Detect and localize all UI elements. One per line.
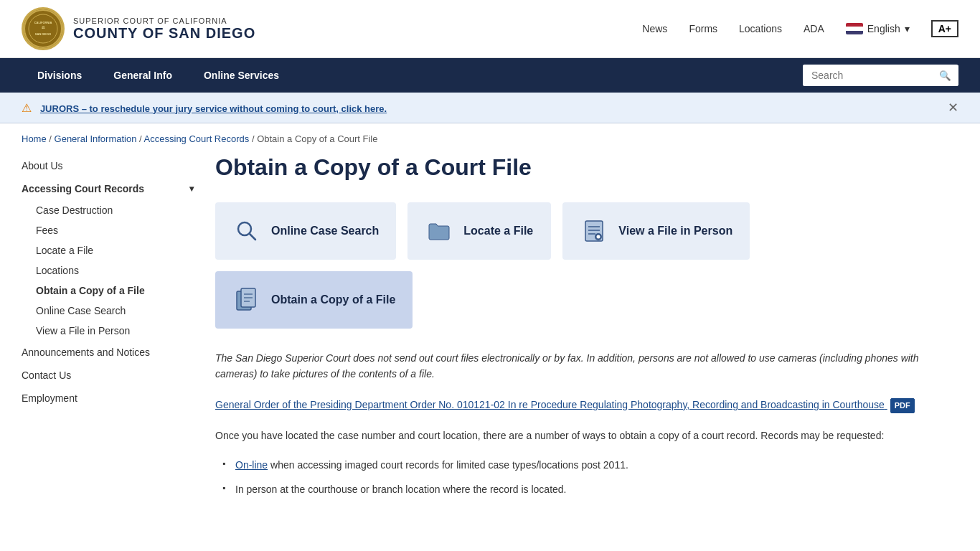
announcement-close-button[interactable]: ✕ [948, 100, 958, 116]
search-icon [232, 217, 261, 245]
card-view-in-person[interactable]: View a File in Person [562, 202, 750, 260]
nav-general-info[interactable]: General Info [98, 58, 188, 93]
folder-icon [425, 217, 453, 245]
card-view-in-person-label: View a File in Person [618, 225, 732, 237]
nav-locations[interactable]: Locations [739, 23, 782, 34]
page-content: About Us Accessing Court Records ▾ Case … [0, 154, 980, 535]
announcement-bar: ⚠ JURORS – to reschedule your jury servi… [0, 93, 980, 123]
sidebar-item-obtain-copy[interactable]: Obtain a Copy of a File [36, 281, 194, 301]
svg-line-6 [250, 234, 255, 240]
sidebar-item-about-us[interactable]: About Us [22, 154, 194, 177]
top-navigation: News Forms Locations ADA English ▾ A+ [642, 20, 958, 37]
main-nav-links: Divisions General Info Online Services [22, 58, 295, 93]
breadcrumb-current: Obtain a Copy of a Court File [257, 133, 377, 144]
language-selector[interactable]: English ▾ [846, 23, 910, 34]
sidebar-item-locate-file[interactable]: Locate a File [36, 240, 194, 260]
breadcrumb-general-info[interactable]: General Information [55, 133, 137, 144]
sidebar-item-online-case-search[interactable]: Online Case Search [36, 301, 194, 321]
sidebar-item-announcements[interactable]: Announcements and Notices [22, 341, 194, 364]
logo-top: SUPERIOR COURT OF CALIFORNIA [73, 17, 255, 25]
card-online-case-search-label: Online Case Search [271, 225, 379, 237]
pdf-link-text: General Order of the Presiding Departmen… [215, 399, 885, 410]
logo-bottom: COUNTY OF SAN DIEGO [73, 25, 255, 42]
font-size-button[interactable]: A+ [931, 20, 958, 37]
nav-news[interactable]: News [642, 23, 667, 34]
pdf-badge: PDF [890, 398, 915, 414]
logo-text: SUPERIOR COURT OF CALIFORNIA COUNTY OF S… [73, 17, 255, 42]
nav-online-services[interactable]: Online Services [188, 58, 295, 93]
nav-divisions[interactable]: Divisions [22, 58, 98, 93]
sidebar-item-locations[interactable]: Locations [36, 260, 194, 281]
svg-point-12 [597, 235, 600, 239]
list-item-text-1: when accessing imaged court records for … [270, 459, 628, 471]
breadcrumb-home[interactable]: Home [22, 133, 47, 144]
nav-ada[interactable]: ADA [804, 23, 824, 34]
announcement-link[interactable]: JURORS – to reschedule your jury service… [40, 103, 387, 114]
main-content: Obtain a Copy of a Court File Online Cas… [215, 154, 958, 507]
nav-forms[interactable]: Forms [689, 23, 717, 34]
card-grid: Online Case Search Locate a File [215, 202, 958, 329]
content-area: The San Diego Superior Court does not se… [215, 350, 958, 498]
list-item: On-line when accessing imaged court reco… [222, 457, 958, 473]
sidebar-item-contact-us[interactable]: Contact Us [22, 364, 194, 387]
card-obtain-copy[interactable]: Obtain a Copy of a File [215, 271, 413, 329]
search-button[interactable]: 🔍 [932, 65, 958, 86]
breadcrumb: Home / General Information / Accessing C… [0, 123, 980, 154]
sidebar-item-employment[interactable]: Employment [22, 387, 194, 410]
sidebar-item-fees[interactable]: Fees [36, 220, 194, 240]
card-online-case-search[interactable]: Online Case Search [215, 202, 396, 260]
language-label: English [867, 23, 900, 34]
warning-icon: ⚠ [22, 102, 32, 114]
card-obtain-copy-label: Obtain a Copy of a File [271, 293, 395, 306]
sidebar-item-accessing-records[interactable]: Accessing Court Records ▾ [22, 177, 194, 200]
flag-icon [846, 23, 863, 34]
logo-area: CALIFORNIA ⚖ SAN DIEGO SUPERIOR COURT OF… [22, 7, 255, 50]
search-box: 🔍 [803, 65, 958, 86]
card-locate-file-label: Locate a File [463, 225, 533, 237]
italic-notice: The San Diego Superior Court does not se… [215, 350, 958, 382]
chevron-down-icon: ▾ [189, 184, 194, 194]
announcement-content: ⚠ JURORS – to reschedule your jury servi… [22, 101, 387, 115]
top-header: CALIFORNIA ⚖ SAN DIEGO SUPERIOR COURT OF… [0, 0, 980, 58]
sidebar-item-view-in-person[interactable]: View a File in Person [36, 321, 194, 341]
breadcrumb-accessing-records[interactable]: Accessing Court Records [144, 133, 250, 144]
search-input[interactable] [803, 65, 932, 86]
sidebar-item-case-destruction[interactable]: Case Destruction [36, 200, 194, 220]
view-file-icon [580, 217, 608, 245]
copy-file-icon [232, 286, 261, 314]
chevron-down-icon: ▾ [905, 23, 910, 34]
sidebar: About Us Accessing Court Records ▾ Case … [22, 154, 194, 507]
main-navigation: Divisions General Info Online Services 🔍 [0, 58, 980, 93]
page-title: Obtain a Copy of a Court File [215, 154, 958, 181]
body-paragraph: Once you have located the case number an… [215, 428, 958, 443]
svg-text:SAN DIEGO: SAN DIEGO [35, 32, 51, 36]
search-icon: 🔍 [939, 70, 951, 81]
sidebar-sub-items: Case Destruction Fees Locate a File Loca… [22, 200, 194, 341]
online-link[interactable]: On-line [235, 459, 268, 471]
list-item: In person at the courthouse or branch lo… [222, 481, 958, 497]
pdf-link[interactable]: General Order of the Presiding Departmen… [215, 397, 958, 414]
card-locate-file[interactable]: Locate a File [407, 202, 551, 260]
list-item-text-2: In person at the courthouse or branch lo… [235, 484, 567, 495]
court-seal: CALIFORNIA ⚖ SAN DIEGO [22, 7, 65, 50]
breadcrumb-separator-1: / [49, 133, 54, 144]
bullet-list: On-line when accessing imaged court reco… [215, 457, 958, 498]
svg-text:CALIFORNIA: CALIFORNIA [34, 21, 52, 24]
